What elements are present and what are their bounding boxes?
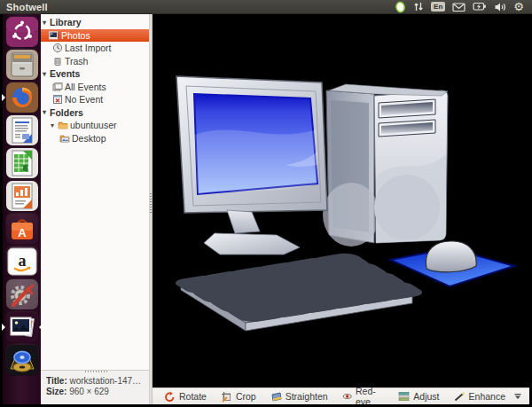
mail-icon[interactable] <box>452 2 466 12</box>
launcher-item-software-center[interactable]: A <box>5 213 39 245</box>
crop-icon <box>221 391 232 403</box>
libreoffice-calc-icon <box>5 147 39 179</box>
expander-icon[interactable]: ▾ <box>51 121 58 129</box>
size-label: Size: <box>46 387 66 396</box>
tree-header-library[interactable]: ▾ Library <box>41 16 149 29</box>
launcher-item-impress[interactable] <box>5 180 39 212</box>
tree-item-trash[interactable]: Trash <box>41 55 149 68</box>
enhance-icon <box>454 391 466 402</box>
trash-icon <box>52 56 63 67</box>
launcher-item-disc-media[interactable] <box>5 344 39 376</box>
window-title: Shotwell <box>0 2 48 12</box>
files-icon <box>5 49 39 81</box>
expander-icon[interactable]: ▾ <box>43 70 50 78</box>
no-event-icon <box>52 94 63 105</box>
expander-icon[interactable]: ▾ <box>43 19 50 27</box>
software-center-icon: A <box>5 213 39 245</box>
tree-item-no-event[interactable]: No Event <box>41 93 149 106</box>
session-gear-icon[interactable]: ⚙ <box>513 1 524 12</box>
libreoffice-impress-icon <box>5 180 39 212</box>
focused-pip <box>35 324 43 331</box>
pane-separator-grip[interactable] <box>150 193 152 213</box>
keyboard-layout-indicator[interactable]: En <box>431 2 445 12</box>
launcher-item-dash[interactable] <box>5 16 39 48</box>
straighten-button[interactable]: Straighten <box>264 389 334 404</box>
photo-size-line: Size: 960 × 629 <box>46 387 149 397</box>
straighten-icon <box>270 391 282 403</box>
top-panel: Shotwell En <box>0 0 532 14</box>
unity-launcher: A a <box>0 14 41 404</box>
svg-text:A: A <box>18 226 27 239</box>
tree-item-last-import[interactable]: Last Import <box>41 42 149 55</box>
tree-header-events[interactable]: ▾ Events <box>41 67 149 81</box>
chevron-down-icon <box>513 393 522 400</box>
enhance-button[interactable]: Enhance <box>448 389 512 404</box>
desktop-folder-icon <box>59 133 70 144</box>
shotwell-sidebar: ▾ Library Photos Last Import <box>41 14 149 370</box>
shotwell-icon <box>5 311 39 343</box>
svg-text:a: a <box>18 252 26 270</box>
tree-item-desktop[interactable]: Desktop <box>41 132 149 145</box>
red-eye-icon <box>342 391 352 402</box>
firefox-icon <box>5 82 39 113</box>
adjust-button[interactable]: Adjust <box>392 389 445 404</box>
photos-icon <box>49 30 59 41</box>
disc-media-icon <box>5 344 39 376</box>
red-eye-button[interactable]: Red-eye <box>336 389 391 404</box>
volume-icon[interactable] <box>494 2 506 12</box>
status-blob-icon[interactable] <box>395 1 406 13</box>
libreoffice-writer-icon <box>5 114 39 146</box>
launcher-item-files[interactable] <box>5 49 39 81</box>
tree-item-all-events[interactable]: All Events <box>41 81 149 94</box>
system-tray: En ⚙ <box>395 1 532 13</box>
status-separator-grip[interactable] <box>85 371 108 372</box>
crop-button[interactable]: Crop <box>215 389 262 404</box>
battery-icon[interactable] <box>473 2 487 12</box>
launcher-item-settings[interactable] <box>5 278 39 310</box>
workstation-clipart-photo <box>153 14 529 387</box>
launcher-item-calc[interactable] <box>5 147 39 179</box>
launcher-item-amazon[interactable]: a <box>5 246 39 278</box>
size-value: 960 × 629 <box>69 387 109 396</box>
ubuntu-dash-icon <box>5 16 39 48</box>
amazon-icon: a <box>5 246 39 278</box>
tree-header-folders[interactable]: ▾ Folders <box>41 106 149 120</box>
launcher-item-firefox[interactable] <box>5 82 39 113</box>
tree-item-photos[interactable]: Photos <box>41 29 149 43</box>
photo-info-panel: Title: workstation-147… Size: 960 × 629 <box>41 370 149 404</box>
running-pip <box>2 324 9 331</box>
expander-icon[interactable]: ▾ <box>43 108 50 116</box>
adjust-icon <box>398 391 410 402</box>
launcher-item-shotwell[interactable] <box>5 311 39 343</box>
edit-toolbar: Rotate Crop Straighten Red-eye Adjust <box>153 387 529 404</box>
toolbar-expander-button[interactable] <box>513 391 524 402</box>
launcher-item-writer[interactable] <box>5 114 39 146</box>
running-pip <box>2 94 9 101</box>
system-settings-icon <box>5 278 39 310</box>
title-value: workstation-147… <box>70 376 142 386</box>
rotate-icon <box>164 391 176 403</box>
library-tree: ▾ Library Photos Last Import <box>41 14 149 145</box>
rotate-button[interactable]: Rotate <box>158 389 213 404</box>
last-import-clock-icon <box>52 43 63 53</box>
tree-item-ubuntuuser[interactable]: ▾ ubuntuuser <box>41 119 149 132</box>
photo-title-line: Title: workstation-147… <box>46 376 149 387</box>
photo-viewer[interactable] <box>153 14 529 387</box>
sync-arrows-icon[interactable] <box>413 1 424 12</box>
title-label: Title: <box>46 376 67 386</box>
folder-icon <box>58 120 68 130</box>
all-events-icon <box>52 82 63 92</box>
